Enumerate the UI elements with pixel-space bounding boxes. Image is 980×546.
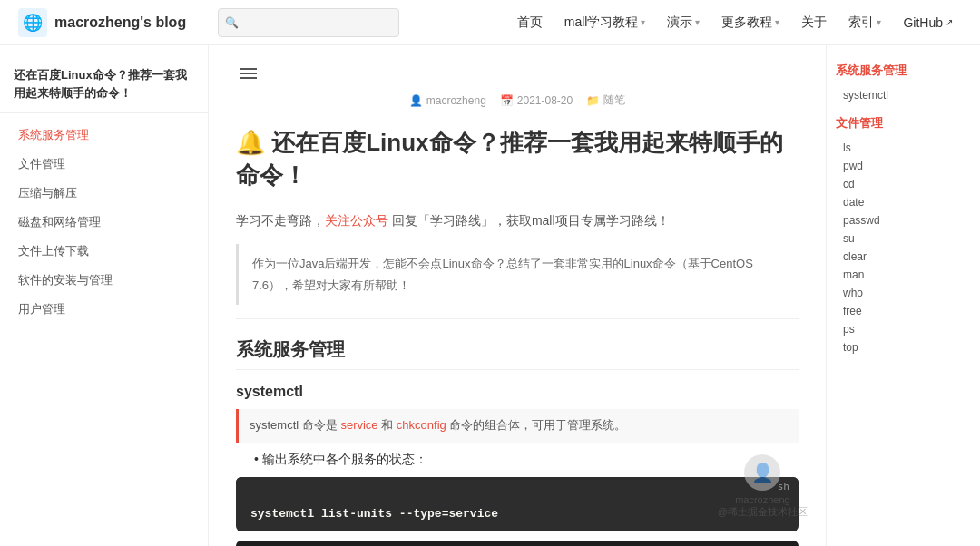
sidebar-item-upload[interactable]: 文件上传下载 — [0, 237, 208, 266]
search-icon: 🔍 — [225, 16, 239, 29]
meta-category: 📁 随笔 — [586, 93, 625, 108]
sidebar-item-user[interactable]: 用户管理 — [0, 295, 208, 324]
nav-index[interactable]: 索引 ▾ — [839, 11, 890, 34]
section-title-system: 系统服务管理 — [236, 337, 799, 370]
right-sidebar-item-who[interactable]: who — [836, 284, 971, 302]
nav-github[interactable]: GitHub ↗ — [894, 12, 962, 34]
search-box: 🔍 — [218, 8, 399, 37]
right-sidebar-title-1: 文件管理 — [836, 112, 971, 135]
logo-area: 🌐 macrozheng's blog — [18, 8, 200, 37]
code-output: UNIT LOAD ACTIVE SUB DESCRIPTION abrt-cc… — [236, 541, 799, 546]
article-lead-link[interactable]: 关注公众号 — [325, 213, 388, 228]
subsection-systemctl: systemctl — [236, 384, 799, 400]
right-sidebar-item-ps[interactable]: ps — [836, 320, 971, 338]
sidebar-item-file-mgmt[interactable]: 文件管理 — [0, 150, 208, 179]
meta-author: 👤 macrozheng — [409, 94, 486, 107]
nav-mall[interactable]: mall学习教程 ▾ — [555, 11, 655, 34]
sidebar-item-compress[interactable]: 压缩与解压 — [0, 179, 208, 208]
code-command: systemctl list-units --type=service — [250, 507, 498, 521]
code-block-body: systemctl list-units --type=service — [236, 496, 799, 531]
nav-home[interactable]: 首页 — [508, 11, 552, 34]
hamburger-menu[interactable] — [236, 63, 799, 83]
code-output-body: UNIT LOAD ACTIVE SUB DESCRIPTION abrt-cc… — [236, 541, 799, 546]
right-sidebar-section-0: 系统服务管理 systemctl — [836, 59, 971, 104]
nav-demo[interactable]: 演示 ▾ — [658, 11, 709, 34]
right-sidebar-item-free[interactable]: free — [836, 302, 971, 320]
right-sidebar-item-date[interactable]: date — [836, 193, 971, 211]
code-lang-label: sh — [778, 481, 789, 492]
site-header: 🌐 macrozheng's blog 🔍 首页 mall学习教程 ▾ 演示 ▾… — [0, 0, 980, 45]
right-sidebar-item-systemctl[interactable]: systemctl — [836, 86, 971, 104]
bullet-item-1: 输出系统中各个服务的状态： — [254, 452, 799, 468]
systemctl-description: systemctl 命令是 service 和 chkconfig 命令的组合体… — [236, 409, 799, 443]
site-title: macrozheng's blog — [54, 15, 186, 31]
right-sidebar-item-pwd[interactable]: pwd — [836, 157, 971, 175]
sidebar-item-software[interactable]: 软件的安装与管理 — [0, 266, 208, 295]
article-title: 🔔 还在百度Linux命令？推荐一套我用起来特顺手的命令！ — [236, 126, 799, 192]
right-sidebar-item-passwd[interactable]: passwd — [836, 211, 971, 229]
right-sidebar-item-man[interactable]: man — [836, 266, 971, 284]
article-meta: 👤 macrozheng 📅 2021-08-20 📁 随笔 — [236, 93, 799, 108]
code-block-systemctl: sh systemctl list-units --type=service — [236, 477, 799, 531]
code-block-header: sh — [236, 477, 799, 496]
article-blockquote: 作为一位Java后端开发，怎能不会点Linux命令？总结了一套非常实用的Linu… — [236, 244, 799, 305]
right-sidebar-item-su[interactable]: su — [836, 229, 971, 248]
nav-more[interactable]: 更多教程 ▾ — [712, 11, 789, 34]
right-sidebar-item-ls[interactable]: ls — [836, 139, 971, 157]
sidebar-article-title: 还在百度Linux命令？推荐一套我用起来特顺手的命令！ — [0, 59, 208, 113]
nav-about[interactable]: 关于 — [792, 11, 836, 34]
right-sidebar-title-0: 系统服务管理 — [836, 59, 971, 83]
left-sidebar: 还在百度Linux命令？推荐一套我用起来特顺手的命令！ 系统服务管理 文件管理 … — [0, 45, 209, 546]
main-layout: 还在百度Linux命令？推荐一套我用起来特顺手的命令！ 系统服务管理 文件管理 … — [0, 45, 980, 546]
right-sidebar-item-clear[interactable]: clear — [836, 248, 971, 266]
search-input[interactable] — [218, 8, 399, 37]
right-sidebar-section-1: 文件管理 ls pwd cd date passwd su clear man … — [836, 112, 971, 356]
sidebar-item-system-service[interactable]: 系统服务管理 — [0, 121, 208, 150]
main-content: 👤 macrozheng 📅 2021-08-20 📁 随笔 🔔 还在百度Lin… — [209, 45, 826, 546]
right-sidebar-item-cd[interactable]: cd — [836, 175, 971, 193]
article-lead: 学习不走弯路，关注公众号 回复「学习路线」，获取mall项目专属学习路线！ — [236, 210, 799, 230]
divider-1 — [236, 318, 799, 319]
right-sidebar-item-top[interactable]: top — [836, 338, 971, 356]
meta-date: 📅 2021-08-20 — [500, 94, 573, 107]
main-nav: 首页 mall学习教程 ▾ 演示 ▾ 更多教程 ▾ 关于 索引 ▾ GitHub… — [508, 11, 962, 34]
logo-icon: 🌐 — [18, 8, 47, 37]
right-sidebar: 系统服务管理 systemctl 文件管理 ls pwd cd date pas… — [826, 45, 980, 546]
sidebar-item-disk-net[interactable]: 磁盘和网络管理 — [0, 208, 208, 237]
